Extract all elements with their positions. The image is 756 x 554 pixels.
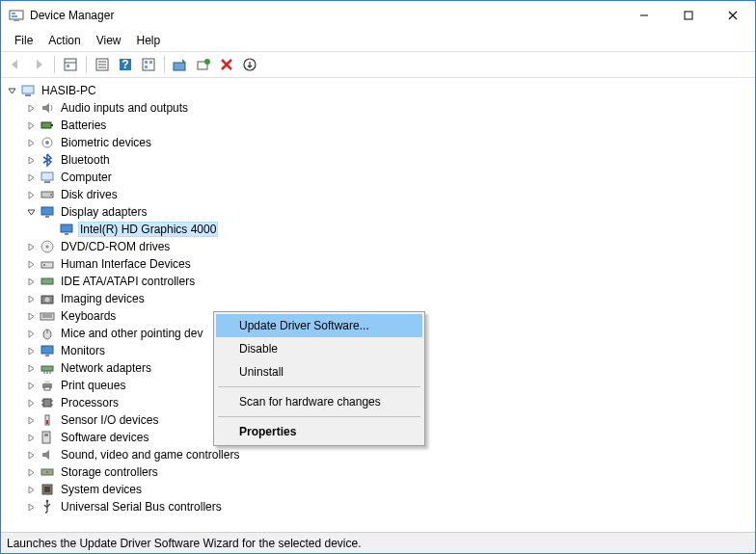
svg-text:?: ?	[122, 58, 128, 71]
hid-icon	[40, 256, 55, 272]
chevron-right-icon[interactable]	[24, 379, 38, 392]
tree-node-biometric[interactable]: Biometric devices	[24, 134, 755, 151]
tree-node-system[interactable]: System devices	[24, 481, 755, 498]
context-menu-properties[interactable]: Properties	[216, 420, 422, 443]
chevron-right-icon[interactable]	[24, 500, 38, 514]
context-menu-separator	[218, 416, 420, 417]
svg-rect-1	[12, 13, 15, 14]
chevron-right-icon[interactable]	[24, 344, 38, 357]
software-icon	[40, 430, 55, 445]
back-button[interactable]	[5, 54, 26, 75]
context-menu-scan[interactable]: Scan for hardware changes	[216, 390, 422, 413]
tree-node-sound[interactable]: Sound, video and game controllers	[24, 446, 755, 463]
chevron-right-icon[interactable]	[24, 431, 38, 444]
chevron-right-icon[interactable]	[24, 101, 38, 115]
tree-node-storage[interactable]: Storage controllers	[24, 463, 755, 481]
tree-node-dvd[interactable]: DVD/CD-ROM drives	[24, 238, 755, 255]
svg-point-42	[46, 246, 49, 249]
chevron-right-icon[interactable]	[24, 119, 38, 132]
svg-rect-43	[41, 262, 53, 268]
scan-hardware-toolbar-button[interactable]	[193, 54, 214, 75]
context-menu: Update Driver Software... Disable Uninst…	[213, 311, 425, 446]
svg-rect-61	[44, 387, 50, 390]
chevron-right-icon[interactable]	[24, 153, 38, 167]
action-button[interactable]	[138, 54, 159, 75]
bluetooth-icon	[40, 152, 55, 168]
tree-node-display-child[interactable]: Intel(R) HD Graphics 4000	[43, 221, 755, 238]
tree-node-audio[interactable]: Audio inputs and outputs	[24, 99, 755, 117]
app-icon	[9, 8, 24, 23]
context-menu-update-driver[interactable]: Update Driver Software...	[216, 314, 422, 337]
maximize-button[interactable]	[666, 1, 711, 30]
menubar: File Action View Help	[1, 30, 755, 51]
tree-node-display[interactable]: Display adapters	[24, 203, 755, 221]
device-tree-area[interactable]: HASIB-PC Audio inputs and outputs Batter…	[1, 78, 755, 532]
svg-rect-10	[67, 65, 69, 67]
chevron-right-icon[interactable]	[24, 465, 38, 479]
update-driver-toolbar-button[interactable]	[170, 54, 191, 75]
imaging-icon	[40, 291, 55, 306]
tree-node-disk[interactable]: Disk drives	[24, 186, 755, 203]
tree-node-bluetooth[interactable]: Bluetooth	[24, 151, 755, 169]
chevron-right-icon[interactable]	[24, 275, 38, 288]
chevron-right-icon[interactable]	[24, 361, 38, 375]
menu-file[interactable]: File	[7, 32, 40, 49]
context-menu-uninstall[interactable]: Uninstall	[216, 360, 422, 383]
chevron-right-icon[interactable]	[24, 188, 38, 201]
root-label: HASIB-PC	[40, 84, 98, 97]
tree-node-batteries[interactable]: Batteries	[24, 117, 755, 134]
svg-rect-38	[45, 216, 49, 218]
tree-node-ide[interactable]: IDE ATA/ATAPI controllers	[24, 273, 755, 290]
context-menu-separator	[218, 386, 420, 387]
forward-button[interactable]	[28, 54, 49, 75]
chevron-right-icon[interactable]	[24, 448, 38, 462]
close-button[interactable]	[711, 1, 755, 30]
chevron-right-icon[interactable]	[24, 171, 38, 184]
svg-rect-70	[44, 434, 48, 436]
biometric-icon	[40, 135, 55, 150]
uninstall-toolbar-button[interactable]	[216, 54, 237, 75]
svg-point-72	[46, 471, 48, 473]
svg-point-44	[43, 264, 45, 266]
chevron-right-icon[interactable]	[24, 257, 38, 271]
tree-node-usb[interactable]: Universal Serial Bus controllers	[24, 498, 755, 515]
context-menu-disable[interactable]: Disable	[216, 337, 422, 360]
svg-point-75	[46, 500, 49, 503]
device-tree: HASIB-PC Audio inputs and outputs Batter…	[5, 82, 755, 515]
help-button[interactable]: ?	[115, 54, 136, 75]
chevron-down-icon[interactable]	[5, 84, 18, 97]
chevron-right-icon[interactable]	[24, 413, 38, 427]
svg-rect-17	[143, 59, 154, 70]
svg-point-36	[50, 194, 52, 196]
chevron-right-icon[interactable]	[24, 240, 38, 253]
chevron-right-icon[interactable]	[24, 396, 38, 409]
tree-node-imaging[interactable]: Imaging devices	[24, 290, 755, 307]
show-hide-tree-button[interactable]	[60, 54, 81, 75]
chevron-right-icon[interactable]	[24, 327, 38, 340]
svg-rect-8	[65, 59, 76, 70]
menu-action[interactable]: Action	[40, 32, 88, 49]
tree-root[interactable]: HASIB-PC	[5, 82, 755, 99]
keyboard-icon	[40, 308, 55, 324]
device-manager-window: Device Manager File Action View Help ?	[0, 0, 756, 554]
svg-rect-69	[42, 432, 50, 443]
chevron-right-icon[interactable]	[24, 136, 38, 149]
chevron-right-icon[interactable]	[24, 292, 38, 305]
chevron-right-icon[interactable]	[24, 483, 38, 496]
storage-icon	[40, 464, 55, 480]
menu-view[interactable]: View	[89, 32, 129, 49]
tree-node-hid[interactable]: Human Interface Devices	[24, 255, 755, 273]
svg-rect-53	[41, 346, 53, 354]
menu-help[interactable]: Help	[129, 32, 169, 49]
chevron-right-icon[interactable]	[24, 309, 38, 323]
minimize-button[interactable]	[622, 1, 666, 30]
chevron-down-icon[interactable]	[24, 205, 38, 219]
toolbar: ?	[1, 51, 755, 78]
svg-rect-27	[22, 86, 34, 93]
svg-rect-3	[14, 19, 19, 21]
properties-button[interactable]	[92, 54, 113, 75]
mouse-icon	[40, 326, 55, 341]
svg-rect-19	[149, 61, 152, 64]
disable-toolbar-button[interactable]	[239, 54, 260, 75]
tree-node-computer[interactable]: Computer	[24, 169, 755, 186]
